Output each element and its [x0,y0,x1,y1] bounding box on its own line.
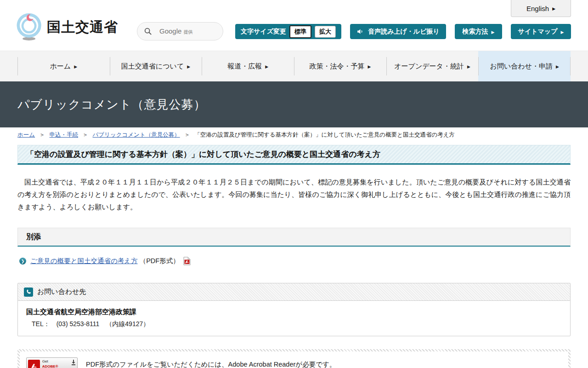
nav-item-policy-law-budget[interactable]: 政策・法令・予算 ▶ [294,51,386,81]
pdf-file-icon[interactable] [183,257,191,265]
attachment-section-heading: 別添 [17,228,571,247]
arrow-right-icon: ▶ [561,30,564,34]
breadcrumb-current: 「空港の設置及び管理に関する基本方針（案）」に対して頂いたご意見の概要と国土交通… [194,132,455,138]
download-arrow-icon [71,359,76,367]
nav-item-opendata-statistics[interactable]: オープンデータ・統計 ▶ [386,51,479,81]
article-paragraph: 国土交通省では、平成２０年１１月１１日から平成２０年１１月２５日までの期間におい… [17,176,571,213]
nav-item-home[interactable]: ホーム ▶ [17,51,110,81]
contact-tel: TEL： (03) 5253-8111 （内線49127） [26,320,562,328]
audio-reading-button[interactable]: 音声読み上げ・ルビ振り [350,24,446,39]
contact-box: お問い合わせ先 国土交通省航空局空港部空港政策課 TEL： (03) 5253-… [17,283,571,336]
search-placeholder: Google 提供 [159,27,193,35]
nav-item-press[interactable]: 報道・広報 ▶ [202,51,294,81]
contact-header-label: お問い合わせ先 [37,288,86,296]
font-size-large-button[interactable]: 拡大 [315,26,336,38]
speaker-icon [356,28,364,35]
breadcrumb: ホーム ＞ 申込・手続 ＞ パブリックコメント（意見公募） ＞ 「空港の設置及び… [0,127,588,139]
font-size-standard-button[interactable]: 標準 [289,25,311,38]
page-title: パブリックコメント（意見公募） [17,97,206,113]
nav-item-contact-application[interactable]: お問い合わせ・申請 ▶ [478,51,571,81]
global-nav: ホーム ▶ 国土交通省について ▶ 報道・広報 ▶ 政策・法令・予算 ▶ オープ… [0,51,588,81]
pdf-notice-line1: PDF形式のファイルをご覧いただくためには、Adobe Acrobat Read… [86,359,363,368]
adobe-acrobat-icon [28,360,40,368]
site-header: 国土交通省 Google 提供 文字サイズ変更 標準 拡大 音声読み上げ・ルビ振… [0,0,588,51]
mlit-logo-icon [17,13,42,41]
english-button[interactable]: English ▶ [511,0,571,17]
search-input[interactable]: Google 提供 [137,22,223,40]
page-title-banner: パブリックコメント（意見公募） [0,81,588,127]
arrow-right-icon: ▶ [265,64,268,69]
breadcrumb-separator: ＞ [83,132,89,138]
contact-box-body: 国土交通省航空局空港部空港政策課 TEL： (03) 5253-8111 （内線… [18,301,570,336]
breadcrumb-separator: ＞ [40,132,45,138]
search-icon [144,27,152,35]
breadcrumb-separator: ＞ [184,132,190,138]
breadcrumb-link-application[interactable]: 申込・手続 [50,132,79,138]
font-size-label: 文字サイズ変更 [241,28,286,36]
phone-icon [24,288,33,297]
arrow-right-icon: ▶ [74,64,77,69]
breadcrumb-link-home[interactable]: ホーム [17,132,35,138]
contact-box-header: お問い合わせ先 [18,283,570,301]
nav-item-about-mlit[interactable]: 国土交通省について ▶ [110,51,202,81]
font-size-change-button: 文字サイズ変更 標準 拡大 [235,24,341,39]
arrow-right-icon: ▶ [552,6,555,11]
arrow-right-icon: ▶ [368,64,371,69]
arrow-right-icon: ▶ [492,30,495,34]
arrow-right-icon: ▶ [556,64,559,69]
sitemap-button[interactable]: サイトマップ ▶ [511,24,571,39]
search-method-button[interactable]: 検索方法 ▶ [455,24,502,39]
adobe-reader-notice: Get ADOBE® READER® PDF形式のファイルをご覧いただくためには… [17,349,571,368]
attachment-link-row: ❯ ご意見の概要と国土交通省の考え方 （PDF形式） [19,257,571,265]
breadcrumb-link-public-comment[interactable]: パブリックコメント（意見公募） [93,132,180,138]
site-logo[interactable]: 国土交通省 [17,13,118,41]
pdf-format-label: （PDF形式） [140,257,180,265]
adobe-badge-area: Get ADOBE® READER® [26,357,86,368]
logo-text: 国土交通省 [47,18,118,37]
contact-department: 国土交通省航空局空港部空港政策課 [26,308,562,316]
page: 国土交通省 Google 提供 文字サイズ変更 標準 拡大 音声読み上げ・ルビ振… [0,0,588,368]
bullet-arrow-icon: ❯ [19,258,26,264]
arrow-right-icon: ▶ [187,64,190,69]
arrow-right-icon: ▶ [467,64,470,69]
pdf-document-link[interactable]: ご意見の概要と国土交通省の考え方 [30,257,138,265]
article-heading: 「空港の設置及び管理に関する基本方針（案）」に対して頂いたご意見の概要と国土交通… [17,145,571,165]
pdf-notice-text: PDF形式のファイルをご覧いただくためには、Adobe Acrobat Read… [86,357,363,368]
get-adobe-reader-button[interactable]: Get ADOBE® READER® [26,357,78,368]
